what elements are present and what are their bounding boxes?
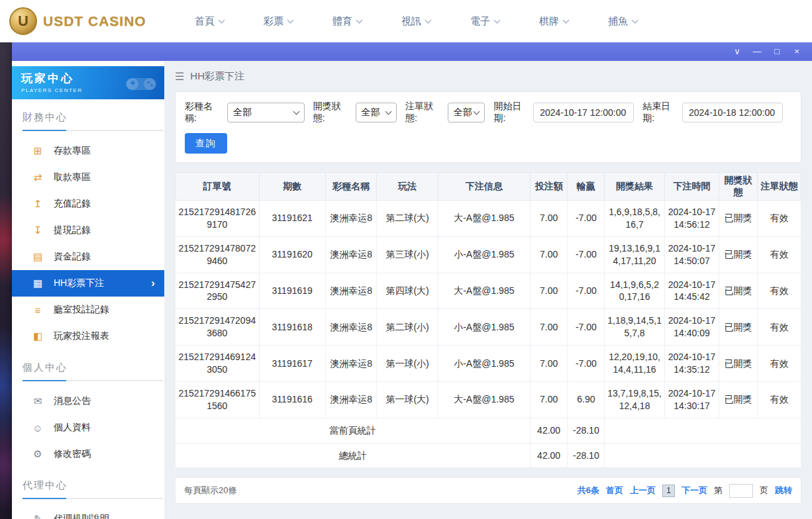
chevron-down-icon: [632, 17, 638, 23]
chevron-down-icon: [425, 17, 432, 23]
cell-order-number: 2152172914754272950: [176, 273, 260, 309]
window-body: 玩家中心 PLAYERS CENTER 財務中心: [12, 61, 812, 519]
chevron-right-icon: ›: [151, 277, 155, 290]
cell-win-loss: -7.00: [568, 201, 605, 237]
cell-draw-result: 1,18,9,14,5,15,7,8: [605, 309, 665, 346]
cell-bet-info: 小-A盤@1.985: [438, 236, 530, 273]
next-page-link[interactable]: 下一页: [682, 485, 707, 496]
per-page-label: 每頁顯示20條: [184, 485, 236, 496]
sidebar-item-label: 修改密碼: [54, 448, 91, 460]
table-row: 2152172914720943680 31191618 澳洲幸运8 第二球(小…: [176, 309, 801, 346]
draw-status-select-value: 全部: [362, 107, 380, 118]
cell-bet-amount: 7.00: [530, 273, 568, 309]
order-status-select[interactable]: 全部: [448, 103, 485, 122]
sidebar-item-icon: ≡: [32, 305, 44, 316]
table-row: 2152172914661751560 31191616 澳洲幸运8 第一球(大…: [176, 381, 801, 418]
cell-draw-status: 已開獎: [719, 236, 758, 273]
sidebar-item-icon: ✎: [32, 513, 44, 519]
nav-menu-label: 電子: [470, 15, 490, 28]
cell-play-type: 第二球(大): [377, 201, 438, 237]
sidebar-item[interactable]: ↥ 充值記錄: [12, 191, 164, 217]
section-finance-center: 財務中心: [12, 111, 164, 131]
cell-bet-amount: 7.00: [530, 381, 568, 418]
sidebar-item-icon: ◧: [32, 330, 44, 342]
nav-menu-item[interactable]: 首頁: [175, 15, 244, 28]
nav-menu-item[interactable]: 棋牌: [519, 15, 588, 28]
table-row: 2152172914780729460 31191620 澳洲幸运8 第三球(小…: [176, 236, 801, 273]
window-maximize-icon[interactable]: □: [767, 42, 787, 61]
nav-menu-item[interactable]: 視訊: [381, 15, 450, 28]
end-date-input[interactable]: [682, 103, 783, 122]
gamepad-icon: [123, 71, 159, 94]
table-row: 2152172914817269170 31191621 澳洲幸运8 第二球(大…: [176, 201, 801, 237]
nav-menu-item[interactable]: 捕魚: [588, 15, 657, 28]
cell-win-loss: -7.00: [568, 273, 605, 309]
cell-bet-info: 大-A盤@1.985: [438, 273, 530, 309]
prev-page-link[interactable]: 上一页: [630, 485, 656, 496]
nav-menu-item[interactable]: 體育: [313, 15, 381, 28]
cell-bet-time: 2024-10-17 14:40:09: [664, 309, 719, 346]
window-close-icon[interactable]: ×: [787, 42, 807, 61]
current-page-indicator[interactable]: 1: [662, 485, 675, 497]
chevron-down-icon: [293, 109, 299, 115]
section-label: 個人中心: [23, 361, 164, 374]
cell-period: 31191618: [259, 309, 325, 346]
sidebar-item[interactable]: ☺ 個人資料: [12, 414, 164, 441]
page-summary-row: 當前頁統計 42.00 -28.10: [176, 418, 801, 443]
sidebar-item[interactable]: ▦ HH彩票下注 ›: [12, 270, 164, 297]
sidebar-item[interactable]: ✉ 消息公告: [12, 388, 164, 414]
cell-order-number: 2152172914720943680: [176, 309, 260, 346]
nav-menu-item[interactable]: 電子: [450, 15, 519, 28]
section-divider: [23, 130, 163, 131]
chevron-down-icon: [494, 17, 501, 23]
sidebar-item[interactable]: ⊞ 存款專區: [12, 138, 164, 164]
cell-draw-status: 已開獎: [719, 381, 758, 418]
sidebar-item[interactable]: ⚙ 修改密碼: [12, 441, 164, 467]
window-minimize-icon[interactable]: —: [747, 42, 767, 61]
jump-button[interactable]: 跳转: [775, 485, 792, 496]
sidebar-item-icon: ↧: [32, 224, 44, 236]
filter-row: 彩種名稱: 全部 開獎狀態: 全部 注單狀態: [185, 101, 791, 124]
sidebar-item[interactable]: ↧ 提現記錄: [12, 217, 164, 244]
sidebar-item[interactable]: ≡ 廳室投註記錄: [12, 297, 164, 323]
cell-win-loss: 6.90: [568, 381, 605, 418]
cell-lottery-name: 澳洲幸运8: [325, 309, 376, 346]
sidebar-item-icon: ⊞: [32, 145, 44, 157]
finance-menu: ⊞ 存款專區 ⇄ 取款專區 ↥ 充值記錄: [12, 138, 164, 350]
page-summary-label: 當前頁統計: [176, 418, 531, 443]
menu-icon[interactable]: ☰: [175, 70, 184, 83]
cell-bet-amount: 7.00: [530, 309, 568, 346]
sidebar-item[interactable]: ◧ 玩家投注報表: [12, 323, 164, 350]
cell-order-number: 2152172914661751560: [176, 381, 260, 418]
first-page-link[interactable]: 首页: [606, 485, 623, 496]
cell-order-number: 2152172914780729460: [176, 236, 260, 273]
sidebar-item-label: 廳室投註記錄: [54, 304, 109, 316]
cell-bet-info: 小-A盤@1.985: [438, 346, 530, 382]
lottery-filter-label: 彩種名稱:: [185, 101, 223, 124]
section-agent-center: 代理中心: [12, 479, 164, 499]
nav-menu-item[interactable]: 彩票: [244, 15, 313, 28]
start-date-input[interactable]: [533, 103, 634, 122]
section-personal-center: 個人中心: [12, 361, 164, 381]
cell-play-type: 第二球(小): [377, 309, 438, 346]
total-summary-label: 總統計: [176, 443, 531, 468]
lottery-select[interactable]: 全部: [227, 103, 305, 122]
jump-page-input[interactable]: [729, 484, 753, 498]
sidebar-item[interactable]: ⇄ 取款專區: [12, 164, 164, 191]
window-collapse-icon[interactable]: ∨: [727, 42, 747, 61]
sidebar-item[interactable]: ✎ 代理規則說明: [12, 506, 164, 519]
sidebar-item-label: 充值記錄: [54, 198, 91, 210]
table-header-cell: 開獎狀態: [719, 173, 758, 201]
draw-status-select[interactable]: 全部: [356, 103, 397, 122]
sidebar-item[interactable]: ▤ 資金記錄: [12, 244, 164, 270]
table-header-cell: 開獎結果: [605, 173, 665, 201]
sidebar: 玩家中心 PLAYERS CENTER 財務中心: [12, 61, 164, 519]
site-logo[interactable]: U USDT CASINO: [9, 7, 166, 35]
chevron-down-icon: [356, 17, 363, 23]
total-summary-winloss: -28.10: [568, 443, 605, 468]
sidebar-item-label: 代理規則說明: [54, 513, 109, 519]
table-header-cell: 下注信息: [438, 173, 530, 201]
sidebar-item-icon: ☺: [32, 422, 44, 434]
search-button[interactable]: 查詢: [185, 133, 227, 154]
sidebar-item-label: 提現記錄: [54, 224, 91, 236]
